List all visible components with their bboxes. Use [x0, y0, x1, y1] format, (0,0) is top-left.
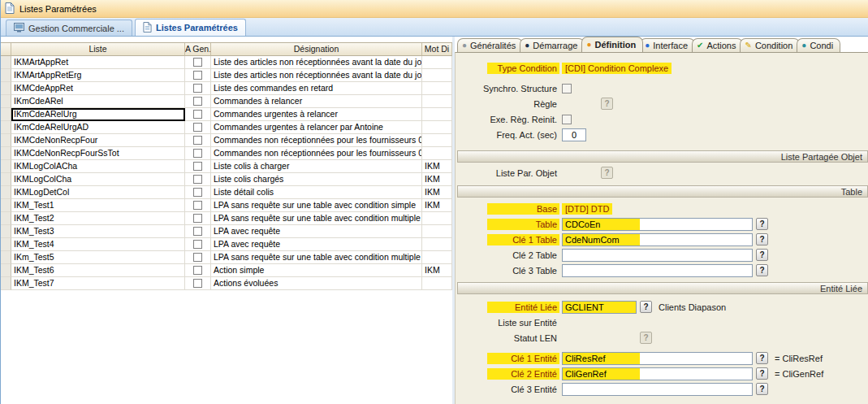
cle3-entite-help-button[interactable]: ? — [756, 383, 768, 395]
cell-a-gen[interactable] — [185, 95, 211, 108]
cell-designation[interactable]: Liste des articles non réceptionnées ava… — [211, 56, 422, 69]
cell-designation[interactable]: LPA sans requête sur une table avec cond… — [211, 212, 422, 225]
cell-liste[interactable]: IKm_Test5 — [11, 251, 185, 264]
grid-header-designation[interactable]: Désignation — [211, 43, 422, 56]
cell-mot-directeur[interactable] — [422, 251, 452, 264]
table-row[interactable]: IKM_Test7 Actions évoluées — [1, 277, 452, 290]
cle2-entite-input[interactable] — [562, 367, 753, 380]
table-row[interactable]: IKMArtAppRet Liste des articles non réce… — [1, 56, 452, 69]
table-row[interactable]: IKmCdeARel Commandes à relancer — [1, 95, 452, 108]
cell-mot-directeur[interactable] — [422, 121, 452, 134]
row-selector[interactable] — [1, 212, 11, 225]
row-selector[interactable] — [1, 69, 11, 82]
cell-mot-directeur[interactable] — [422, 56, 452, 69]
cell-a-gen[interactable] — [185, 160, 211, 173]
freq-act-input[interactable] — [562, 128, 586, 141]
cell-mot-directeur[interactable]: IKM — [422, 186, 452, 199]
row-selector[interactable] — [1, 82, 11, 95]
cell-a-gen[interactable] — [185, 69, 211, 82]
cell-designation[interactable]: Liste des commandes en retard — [211, 82, 422, 95]
cell-liste[interactable]: IKmCdeARel — [11, 95, 185, 108]
row-selector[interactable] — [1, 173, 11, 186]
tab-actions[interactable]: ✔ Actions — [692, 38, 743, 52]
cell-designation[interactable]: LPA sans requête sur une table avec cond… — [211, 251, 422, 264]
cell-a-gen[interactable] — [185, 56, 211, 69]
a-gen-checkbox[interactable] — [193, 97, 202, 106]
tab-listes-parametrees[interactable]: Listes Paramétrées — [135, 19, 246, 36]
cell-liste[interactable]: IKMCdeNonRecpFour — [11, 134, 185, 147]
cell-designation[interactable]: Commandes non réceptionnées pour les fou… — [211, 147, 422, 160]
cell-liste[interactable]: IKMCdeAppRet — [11, 82, 185, 95]
tab-generalites[interactable]: ● Généralités — [457, 38, 523, 52]
tab-gestion-commerciale[interactable]: Gestion Commerciale ... — [6, 20, 132, 36]
cell-mot-directeur[interactable] — [422, 238, 452, 251]
a-gen-checkbox[interactable] — [193, 227, 202, 236]
cell-a-gen[interactable] — [185, 82, 211, 95]
grid-header-a-gen[interactable]: A Gen. — [185, 43, 211, 56]
row-selector[interactable] — [1, 225, 11, 238]
cle1-entite-help-button[interactable]: ? — [756, 352, 768, 364]
a-gen-checkbox[interactable] — [193, 201, 202, 210]
cell-a-gen[interactable] — [185, 121, 211, 134]
cell-mot-directeur[interactable] — [422, 82, 452, 95]
cle2-table-help-button[interactable]: ? — [756, 249, 768, 261]
cell-designation[interactable]: LPA sans requête sur une table avec cond… — [211, 199, 422, 212]
table-row[interactable]: IKM_Test6 Action simple IKM — [1, 264, 452, 277]
a-gen-checkbox[interactable] — [193, 149, 202, 158]
row-selector[interactable] — [1, 147, 11, 160]
table-row[interactable]: IKmCdeARelUrg Commandes urgentes à relan… — [1, 108, 452, 121]
table-input[interactable] — [562, 218, 753, 231]
cell-mot-directeur[interactable] — [422, 212, 452, 225]
table-row[interactable]: IKM_Test4 LPA avec requête — [1, 238, 452, 251]
a-gen-checkbox[interactable] — [193, 110, 202, 119]
cell-a-gen[interactable] — [185, 264, 211, 277]
a-gen-checkbox[interactable] — [193, 279, 202, 288]
table-row[interactable]: IKmCdeARelUrgAD Commandes urgentes à rel… — [1, 121, 452, 134]
cell-liste[interactable]: IKM_Test7 — [11, 277, 185, 290]
row-selector[interactable] — [1, 134, 11, 147]
cell-liste[interactable]: IKM_Test4 — [11, 238, 185, 251]
cell-mot-directeur[interactable] — [422, 69, 452, 82]
cell-a-gen[interactable] — [185, 212, 211, 225]
cle1-table-help-button[interactable]: ? — [756, 233, 768, 245]
row-selector[interactable] — [1, 95, 11, 108]
tab-condition-2[interactable]: ● Condi — [797, 38, 840, 52]
cell-designation[interactable]: Commandes à relancer — [211, 95, 422, 108]
cle1-entite-input[interactable] — [562, 352, 753, 365]
table-row[interactable]: IKm_Test5 LPA sans requête sur une table… — [1, 251, 452, 264]
entite-liee-help-button[interactable]: ? — [640, 301, 652, 313]
cle2-entite-help-button[interactable]: ? — [756, 367, 768, 380]
a-gen-checkbox[interactable] — [193, 71, 202, 80]
cle1-table-input[interactable] — [562, 233, 753, 246]
cle2-table-input[interactable] — [562, 249, 753, 262]
cell-a-gen[interactable] — [185, 186, 211, 199]
table-row[interactable]: IKMCdeNonRecpFourSsTot Commandes non réc… — [1, 147, 452, 160]
a-gen-checkbox[interactable] — [193, 162, 202, 171]
cell-designation[interactable]: LPA avec requête — [211, 238, 422, 251]
cell-liste[interactable]: IKMLogColACha — [11, 160, 185, 173]
row-selector[interactable] — [1, 56, 11, 69]
cell-a-gen[interactable] — [185, 147, 211, 160]
cell-liste[interactable]: IKM_Test3 — [11, 225, 185, 238]
table-row[interactable]: IKMCdeNonRecpFour Commandes non réceptio… — [1, 134, 452, 147]
cell-designation[interactable]: Commandes urgentes à relancer — [211, 108, 422, 121]
table-row[interactable]: IKMLogDetCol Liste détail colis IKM — [1, 186, 452, 199]
cell-designation[interactable]: Commandes non réceptionnées pour les fou… — [211, 134, 422, 147]
cell-liste[interactable]: IKM_Test1 — [11, 199, 185, 212]
cell-designation[interactable]: Liste colis chargés — [211, 173, 422, 186]
a-gen-checkbox[interactable] — [193, 266, 202, 275]
a-gen-checkbox[interactable] — [193, 188, 202, 197]
cell-liste[interactable]: IKmCdeARelUrgAD — [11, 121, 185, 134]
cell-liste[interactable]: IKMArtAppRetErg — [11, 69, 185, 82]
row-selector[interactable] — [1, 264, 11, 277]
table-row[interactable]: IKMCdeAppRet Liste des commandes en reta… — [1, 82, 452, 95]
cell-designation[interactable]: Liste colis à charger — [211, 160, 422, 173]
table-row[interactable]: IKMLogColACha Liste colis à charger IKM — [1, 160, 452, 173]
a-gen-checkbox[interactable] — [193, 240, 202, 249]
table-row[interactable]: IKMLogColCha Liste colis chargés IKM — [1, 173, 452, 186]
cell-designation[interactable]: Liste détail colis — [211, 186, 422, 199]
cell-liste[interactable]: IKM_Test2 — [11, 212, 185, 225]
cell-designation[interactable]: Commandes urgentes à relancer par Antoin… — [211, 121, 422, 134]
cell-mot-directeur[interactable] — [422, 134, 452, 147]
tab-definition[interactable]: ● Définition — [581, 37, 643, 52]
